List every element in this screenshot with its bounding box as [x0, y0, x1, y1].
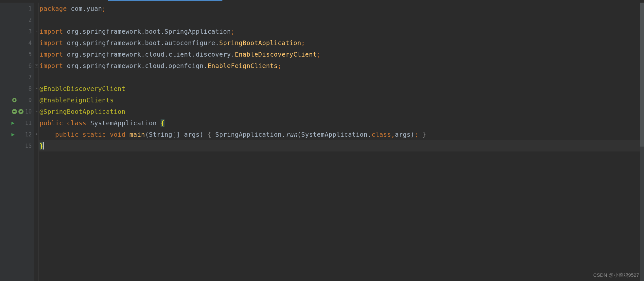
import-path: org.springframework.boot.SpringApplicati…	[67, 28, 231, 35]
keyword: import	[40, 28, 67, 35]
keyword: static	[82, 131, 110, 138]
gutter-line[interactable]: 10	[0, 106, 34, 117]
editor-container: 1 2 3 4 5 6 7 8 9 10	[0, 0, 644, 281]
line-number: 7	[22, 74, 32, 80]
caret-icon	[43, 142, 44, 149]
paren: (	[297, 131, 301, 138]
fold-cell[interactable]: −	[34, 83, 39, 94]
implementations-icon[interactable]	[11, 97, 17, 103]
watermark: CSDN @小菜鸡9527	[593, 272, 639, 278]
code-area[interactable]: package com.yuan; import org.springframe…	[39, 3, 644, 281]
line-number: 11	[22, 120, 32, 126]
fold-cell	[34, 117, 39, 129]
code-line[interactable]: import org.springframework.cloud.openfei…	[39, 60, 644, 71]
semicolon: ;	[278, 62, 282, 69]
brace: {	[207, 131, 215, 138]
class-ref: SpringApplication.	[215, 131, 286, 138]
bean-nav-icon[interactable]	[18, 109, 24, 114]
params: String[] args	[149, 131, 200, 138]
fold-cell[interactable]: −	[34, 26, 39, 37]
bean-icon[interactable]	[11, 109, 17, 114]
fold-cell	[34, 71, 39, 83]
class-ref: EnableDiscoveryClient	[235, 51, 317, 58]
keyword: void	[110, 131, 130, 138]
annotation: @EnableFeignClients	[40, 97, 114, 104]
keyword: public	[55, 131, 83, 138]
line-number: 2	[22, 17, 32, 23]
code-line[interactable]: import org.springframework.cloud.client.…	[39, 48, 644, 60]
scroll-thumb[interactable]	[640, 3, 644, 147]
code-line[interactable]: import org.springframework.boot.autoconf…	[39, 37, 644, 48]
gutter-line[interactable]: 4	[0, 37, 34, 48]
line-number: 3	[22, 28, 32, 35]
fold-cell	[34, 14, 39, 26]
gutter-line[interactable]: 11 ▶	[0, 117, 34, 129]
keyword: import	[40, 51, 67, 58]
line-number: 1	[22, 5, 32, 12]
import-path: org.springframework.cloud.openfeign.	[67, 62, 208, 69]
active-tab-indicator	[108, 0, 222, 1]
fold-cell[interactable]: −	[34, 106, 39, 117]
fold-column: − − − − +	[34, 3, 39, 281]
gutter-line[interactable]: 12 ▶	[0, 129, 34, 140]
keyword: import	[40, 39, 67, 46]
fold-cell	[34, 3, 39, 14]
gutter-line[interactable]: 3	[0, 26, 34, 37]
gutter-line[interactable]: 15	[0, 140, 34, 151]
annotation: @EnableDiscoveryClient	[40, 85, 126, 92]
line-number: 9	[22, 97, 32, 103]
method-call: run	[286, 131, 297, 138]
svg-point-3	[18, 109, 24, 114]
run-icon[interactable]: ▶	[11, 120, 15, 126]
keyword: public	[40, 119, 67, 127]
gutter-line[interactable]: 5	[0, 48, 34, 60]
code-line[interactable]	[39, 14, 644, 26]
semicolon: ;	[102, 5, 106, 12]
comma: ,	[391, 131, 395, 138]
class-ref: SystemApplication.	[301, 131, 372, 138]
semicolon: ;	[414, 131, 418, 138]
fold-cell[interactable]: +	[34, 129, 39, 140]
fold-minus-icon[interactable]: −	[35, 64, 38, 67]
fold-minus-icon[interactable]: −	[35, 30, 38, 33]
package-name: com.yuan	[71, 5, 102, 12]
line-number: 6	[22, 62, 32, 69]
keyword: import	[40, 62, 67, 69]
gutter-line[interactable]: 7	[0, 71, 34, 83]
gutter-line[interactable]: 6	[0, 60, 34, 71]
fold-minus-icon[interactable]: −	[35, 110, 38, 113]
code-line[interactable]	[39, 71, 644, 83]
gutter-line[interactable]: 9	[0, 94, 34, 106]
svg-point-1	[13, 99, 15, 101]
fold-minus-icon[interactable]: −	[35, 87, 38, 90]
code-line[interactable]: import org.springframework.boot.SpringAp…	[39, 26, 644, 37]
code-line[interactable]: @EnableDiscoveryClient	[39, 83, 644, 94]
class-ref: SpringBootApplication	[219, 39, 301, 46]
import-path: org.springframework.boot.autoconfigure.	[67, 39, 219, 46]
fold-cell[interactable]: −	[34, 60, 39, 71]
gutter: 1 2 3 4 5 6 7 8 9 10	[0, 3, 34, 281]
semicolon: ;	[301, 39, 305, 46]
code-line[interactable]: package com.yuan;	[39, 3, 644, 14]
method-name: main	[130, 131, 145, 138]
code-line[interactable]: public static void main(String[] args) {…	[39, 129, 644, 140]
gutter-line[interactable]: 2	[0, 14, 34, 26]
gutter-line[interactable]: 1	[0, 3, 34, 14]
gutter-line[interactable]: 8	[0, 83, 34, 94]
fold-plus-icon[interactable]: +	[35, 133, 38, 136]
run-icon[interactable]: ▶	[11, 131, 15, 137]
code-line-current[interactable]: }	[39, 140, 644, 151]
fold-cell	[34, 140, 39, 151]
brace: {	[161, 119, 165, 127]
fold-cell	[34, 37, 39, 48]
line-number: 12	[22, 131, 32, 138]
class-ref: EnableFeignClients	[207, 62, 278, 69]
code-line[interactable]: @EnableFeignClients	[39, 94, 644, 106]
paren: )	[200, 131, 208, 138]
paren: (	[145, 131, 149, 138]
brace: }	[418, 131, 426, 138]
scrollbar[interactable]	[640, 3, 644, 281]
code-line[interactable]: @SpringBootApplication	[39, 106, 644, 117]
code-line[interactable]: public class SystemApplication {	[39, 117, 644, 129]
import-path: org.springframework.cloud.client.discove…	[67, 51, 235, 58]
